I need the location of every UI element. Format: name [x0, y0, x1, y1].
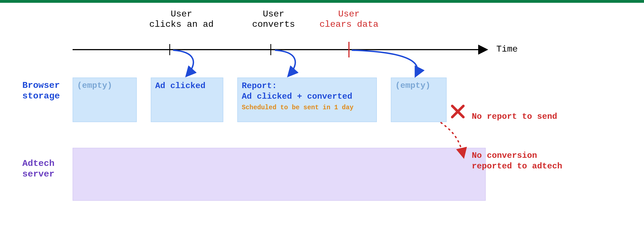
- storage-empty-label: (empty): [395, 81, 430, 90]
- top-accent-strip: [0, 0, 644, 3]
- storage-state-3: (empty): [391, 78, 447, 122]
- storage-state-2: Report: Ad clicked + converted Scheduled…: [237, 78, 377, 122]
- arrow-convert-to-storage: [275, 50, 295, 75]
- storage-title: Ad clicked: [155, 81, 205, 91]
- arrow-clear-to-storage: [352, 50, 417, 75]
- storage-subtitle: Scheduled to be sent in 1 day: [242, 104, 372, 111]
- arrow-click-to-storage: [173, 50, 193, 75]
- x-mark-icon: [452, 106, 463, 117]
- timeline-event-convert-label: User converts: [243, 9, 304, 30]
- row-label-browser-storage: Browser storage: [22, 80, 60, 102]
- storage-state-1: Ad clicked: [151, 78, 223, 122]
- timeline-event-clear-label: User clears data: [310, 9, 388, 30]
- diagram-stage: User clicks an ad User converts User cle…: [0, 0, 644, 225]
- error-no-conversion-label: No conversion reported to adtech: [472, 151, 562, 171]
- timeline-event-click-label: User clicks an ad: [142, 9, 221, 30]
- storage-state-0: (empty): [73, 78, 137, 122]
- storage-title: Report: Ad clicked + converted: [242, 81, 372, 102]
- row-label-adtech-server: Adtech server: [22, 158, 54, 180]
- storage-empty-label: (empty): [77, 81, 112, 90]
- error-no-report-label: No report to send: [472, 112, 557, 122]
- timeline-axis-label: Time: [496, 44, 518, 54]
- adtech-server-box: [73, 148, 486, 201]
